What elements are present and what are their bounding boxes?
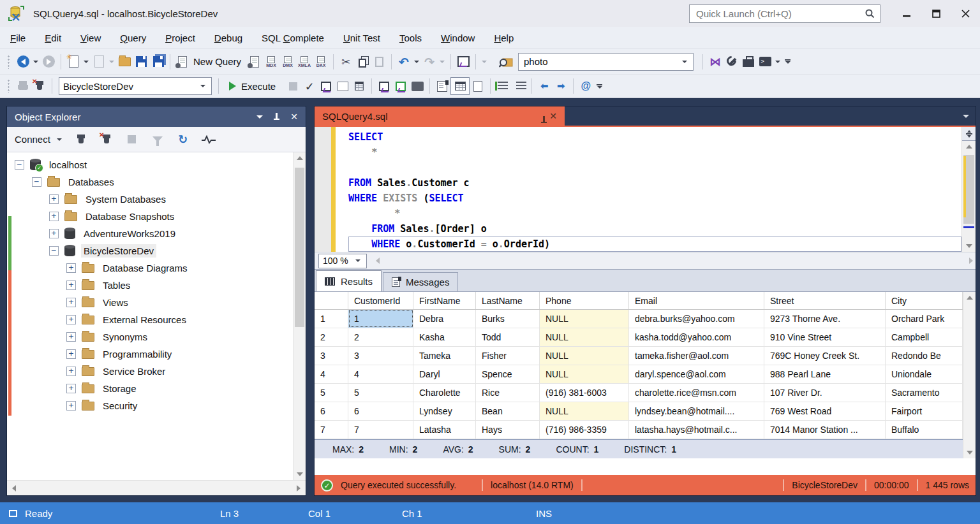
cell[interactable]: Hays: [476, 421, 540, 439]
tab-results[interactable]: Results: [316, 270, 382, 291]
cell[interactable]: (716) 986-3359: [540, 421, 629, 439]
cell[interactable]: Redondo Be: [886, 347, 963, 365]
cell[interactable]: Sacramento: [886, 384, 963, 402]
tree-item-views[interactable]: +Views: [7, 294, 306, 311]
save-all-icon[interactable]: [149, 52, 166, 71]
menu-window[interactable]: Window: [441, 33, 475, 43]
cell[interactable]: NULL: [540, 402, 629, 420]
column-header-email[interactable]: Email: [629, 292, 764, 309]
cell[interactable]: 910 Vine Street: [764, 328, 886, 346]
window-position-caret[interactable]: [256, 115, 263, 119]
document-tab[interactable]: SQLQuery4.sql ✕: [315, 106, 565, 126]
database-selector[interactable]: BicycleStoreDev: [59, 77, 212, 95]
cell[interactable]: NULL: [540, 365, 629, 383]
cell[interactable]: 7014 Manor Station ...: [764, 421, 886, 439]
stop-icon[interactable]: [124, 130, 140, 149]
template-parameters-icon[interactable]: @: [577, 76, 594, 96]
expand-icon[interactable]: +: [66, 315, 76, 324]
row-number[interactable]: 2: [315, 328, 348, 346]
splitter-handle[interactable]: [962, 127, 976, 141]
menu-view[interactable]: View: [80, 33, 101, 43]
execution-plan-icon[interactable]: [455, 52, 471, 71]
tree-item-external-resources[interactable]: +External Resources: [7, 311, 306, 328]
back-dropdown-caret[interactable]: [33, 61, 38, 63]
undo-dropdown-caret[interactable]: [414, 61, 419, 63]
new-dax-query-icon[interactable]: DAX: [313, 52, 329, 71]
cell[interactable]: NULL: [540, 310, 629, 328]
redo-dropdown-caret[interactable]: [440, 61, 445, 63]
comment-lines-icon[interactable]: [494, 76, 511, 96]
command-window-icon[interactable]: >: [757, 52, 773, 71]
cell[interactable]: kasha.todd@yahoo.com: [629, 328, 764, 346]
expand-icon[interactable]: +: [66, 349, 76, 359]
cell[interactable]: Bean: [476, 402, 540, 420]
cut-icon[interactable]: ✂: [338, 52, 354, 71]
toolbar-grip[interactable]: [7, 79, 10, 93]
close-panel-icon[interactable]: ✕: [290, 112, 298, 122]
quick-launch-input[interactable]: [695, 8, 865, 20]
add-item-icon[interactable]: [91, 52, 107, 71]
new-database-engine-query-icon[interactable]: [246, 52, 263, 71]
estimated-plan-icon[interactable]: [318, 76, 334, 96]
cell[interactable]: NULL: [540, 347, 629, 365]
close-tab-icon[interactable]: ✕: [549, 111, 557, 121]
menu-sql-complete[interactable]: SQL Complete: [262, 33, 324, 43]
database-dropdown-caret[interactable]: [200, 85, 205, 87]
editor-code[interactable]: SELECT * FROM Sales.Customer cWHERE EXIS…: [336, 127, 961, 252]
column-header-lastname[interactable]: LastName: [476, 292, 540, 309]
editor-vertical-scrollbar[interactable]: [961, 127, 976, 252]
cell[interactable]: debra.burks@yahoo.com: [629, 310, 764, 328]
collapse-icon[interactable]: −: [49, 246, 59, 256]
row-number[interactable]: 3: [315, 347, 348, 365]
tab-messages[interactable]: Messages: [383, 272, 458, 291]
scrollbar-thumb[interactable]: [295, 168, 304, 327]
wrench-icon[interactable]: [724, 52, 740, 71]
open-file-icon[interactable]: [116, 52, 133, 71]
collapse-icon[interactable]: −: [15, 160, 24, 170]
cell[interactable]: Buffalo: [886, 421, 963, 439]
row-number[interactable]: 7: [315, 421, 348, 439]
client-statistics-icon[interactable]: [409, 76, 426, 96]
expand-icon[interactable]: +: [66, 332, 76, 342]
scroll-right-arrow[interactable]: [297, 485, 301, 491]
menu-query[interactable]: Query: [120, 33, 146, 43]
paste-icon[interactable]: [371, 52, 387, 71]
quick-launch-box[interactable]: [689, 4, 880, 23]
new-file-icon[interactable]: ✳: [65, 52, 82, 71]
command-window-dropdown-caret[interactable]: [775, 61, 780, 63]
cell[interactable]: Uniondale: [886, 365, 963, 383]
expand-icon[interactable]: +: [49, 194, 59, 204]
cell[interactable]: Todd: [476, 328, 540, 346]
connect-object-icon[interactable]: [73, 130, 89, 149]
cell[interactable]: Fisher: [476, 347, 540, 365]
cell[interactable]: Kasha: [413, 328, 476, 346]
tree-item-programmability[interactable]: +Programmability: [7, 346, 306, 363]
pin-icon[interactable]: [273, 113, 280, 121]
toolbox-icon[interactable]: [740, 52, 757, 71]
tree-item-security[interactable]: +Security: [7, 397, 306, 414]
cell[interactable]: daryl.spence@aol.com: [629, 365, 764, 383]
cell[interactable]: Lyndsey: [413, 402, 476, 420]
cell[interactable]: 769 West Road: [764, 402, 886, 420]
tree-item-bicyclestoredev[interactable]: −BicycleStoreDev: [7, 242, 306, 259]
expand-icon[interactable]: +: [66, 384, 76, 393]
scroll-right-arrow[interactable]: [969, 258, 973, 264]
disconnect-icon[interactable]: ✕: [98, 130, 115, 149]
cell[interactable]: 3: [348, 347, 413, 365]
grid-corner-header[interactable]: [315, 292, 348, 309]
new-query-button[interactable]: New Query: [193, 56, 241, 67]
column-header-street[interactable]: Street: [764, 292, 886, 309]
connect-plug-icon[interactable]: [15, 76, 31, 96]
row-number[interactable]: 1: [315, 310, 348, 328]
cell[interactable]: 1: [348, 310, 413, 328]
cell[interactable]: 2: [348, 328, 413, 346]
specify-template-icon[interactable]: [351, 76, 368, 96]
cell[interactable]: Debra: [413, 310, 476, 328]
navigate-back-button[interactable]: [15, 52, 31, 71]
cell[interactable]: NULL: [540, 328, 629, 346]
tree-item-databases[interactable]: −Databases: [7, 173, 306, 191]
cell[interactable]: 988 Pearl Lane: [764, 365, 886, 383]
cell[interactable]: Latasha: [413, 421, 476, 439]
undo-icon[interactable]: ↶: [396, 52, 412, 71]
refresh-icon[interactable]: ↻: [175, 130, 191, 149]
